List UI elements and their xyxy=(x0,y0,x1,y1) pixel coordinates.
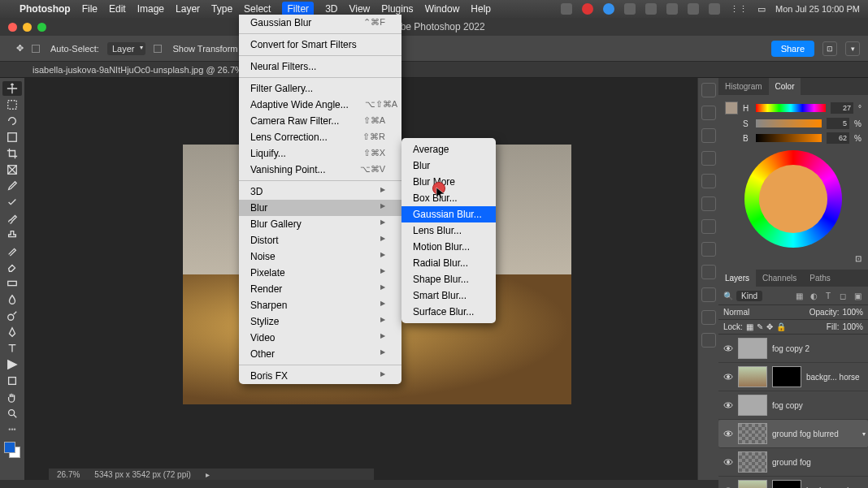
submenu-item-radial-blur-[interactable]: Radial Blur... xyxy=(401,255,496,271)
submenu-item-surface-blur-[interactable]: Surface Blur... xyxy=(401,304,496,320)
close-window[interactable] xyxy=(8,23,17,32)
hand-tool[interactable] xyxy=(2,390,22,404)
hue-value[interactable]: 27 xyxy=(831,102,853,114)
marquee-tool[interactable] xyxy=(2,97,22,112)
menu-item-liquify-[interactable]: Liquify...⇧⌘X xyxy=(239,145,401,162)
panel-chip[interactable] xyxy=(701,333,716,348)
menu-item-camera-raw-filter-[interactable]: Camera Raw Filter...⇧⌘A xyxy=(239,113,401,129)
menu-file[interactable]: File xyxy=(82,3,98,15)
move-tool[interactable] xyxy=(2,81,22,96)
panel-chip[interactable] xyxy=(701,196,716,211)
color-swatches[interactable] xyxy=(4,442,20,458)
layer-name[interactable]: fog copy 2 xyxy=(772,344,809,353)
fill-value[interactable]: 100% xyxy=(842,322,863,331)
visibility-icon[interactable] xyxy=(723,372,733,382)
bri-value[interactable]: 62 xyxy=(827,132,849,144)
tab-layers[interactable]: Layers xyxy=(718,270,756,287)
submenu-item-average[interactable]: Average xyxy=(401,141,496,158)
menu-item-noise[interactable]: Noise xyxy=(239,248,401,265)
bri-slider[interactable] xyxy=(756,134,822,142)
menu-item-distort[interactable]: Distort xyxy=(239,232,401,248)
lasso-tool[interactable] xyxy=(2,114,22,128)
menu-view[interactable]: View xyxy=(349,3,370,15)
menu-item-blur[interactable]: Blur xyxy=(239,200,401,216)
layer-name[interactable]: backgr... horse xyxy=(806,373,860,382)
submenu-item-shape-blur-[interactable]: Shape Blur... xyxy=(401,271,496,287)
submenu-item-blur[interactable]: Blur xyxy=(401,158,496,174)
menu-item-sharpen[interactable]: Sharpen xyxy=(239,297,401,313)
tab-histogram[interactable]: Histogram xyxy=(718,78,769,95)
layer-thumbnail[interactable] xyxy=(738,480,767,488)
visibility-icon[interactable] xyxy=(723,400,733,410)
menu-window[interactable]: Window xyxy=(425,3,460,15)
menu-select[interactable]: Select xyxy=(244,3,271,15)
lock-all-icon[interactable]: 🔒 xyxy=(776,322,786,331)
filter-type-icon[interactable]: T xyxy=(822,290,834,301)
shape-tool[interactable] xyxy=(2,374,22,388)
path-tool[interactable] xyxy=(2,357,22,372)
auto-select-target[interactable]: Layer xyxy=(107,42,146,55)
menu-item-other[interactable]: Other xyxy=(239,346,401,362)
menu-photoshop[interactable]: Photoshop xyxy=(20,3,71,15)
visibility-icon[interactable] xyxy=(723,457,733,467)
menu-image[interactable]: Image xyxy=(137,3,164,15)
layer-row[interactable]: background xyxy=(718,477,868,488)
opacity-value[interactable]: 100% xyxy=(842,308,863,317)
edit-toolbar[interactable]: ••• xyxy=(2,422,22,437)
filter-shape-icon[interactable]: ◻ xyxy=(837,290,848,301)
menu-help[interactable]: Help xyxy=(471,3,491,15)
submenu-item-lens-blur-[interactable]: Lens Blur... xyxy=(401,222,496,239)
menu-item-gaussian-blur[interactable]: Gaussian Blur⌃⌘F xyxy=(239,15,401,31)
layer-row[interactable]: fog copy xyxy=(718,391,868,420)
panel-expand-icon[interactable]: ⊡ xyxy=(855,254,861,263)
crop-tool[interactable] xyxy=(2,146,22,161)
layer-name[interactable]: fog copy xyxy=(772,401,803,410)
type-tool[interactable] xyxy=(2,341,22,356)
panel-chip[interactable] xyxy=(701,83,716,97)
layer-mask-thumbnail[interactable] xyxy=(772,366,801,387)
layer-thumbnail[interactable] xyxy=(738,366,767,387)
submenu-item-box-blur-[interactable]: Box Blur... xyxy=(401,190,496,206)
eyedropper-tool[interactable] xyxy=(2,179,22,193)
color-preview[interactable] xyxy=(725,101,738,114)
menu-type[interactable]: Type xyxy=(211,3,232,15)
menu-item-blur-gallery[interactable]: Blur Gallery xyxy=(239,216,401,232)
menu-item-neural-filters-[interactable]: Neural Filters... xyxy=(239,58,401,75)
submenu-item-gaussian-blur-[interactable]: Gaussian Blur... xyxy=(401,206,496,222)
visibility-icon[interactable] xyxy=(723,343,733,353)
panel-chip[interactable] xyxy=(701,174,716,188)
menu-edit[interactable]: Edit xyxy=(109,3,126,15)
visibility-icon[interactable] xyxy=(723,429,733,438)
foreground-color[interactable] xyxy=(4,442,15,453)
brush-tool[interactable] xyxy=(2,211,22,226)
menu-item-adaptive-wide-angle-[interactable]: Adaptive Wide Angle...⌥⇧⌘A xyxy=(239,97,401,113)
panel-chip[interactable] xyxy=(701,287,716,302)
lock-transparency-icon[interactable]: ▦ xyxy=(746,322,753,331)
tab-color[interactable]: Color xyxy=(769,78,801,95)
lock-pixels-icon[interactable]: ✎ xyxy=(757,322,763,331)
menu-item-convert-for-smart-filters[interactable]: Convert for Smart Filters xyxy=(239,37,401,53)
menu-layer[interactable]: Layer xyxy=(176,3,200,15)
panel-chip[interactable] xyxy=(701,128,716,143)
menu-item-video[interactable]: Video xyxy=(239,330,401,346)
menu-item-stylize[interactable]: Stylize xyxy=(239,313,401,330)
menu-item-pixelate[interactable]: Pixelate xyxy=(239,265,401,281)
zoom-level[interactable]: 26.7% xyxy=(57,470,80,479)
sat-slider[interactable] xyxy=(756,119,822,127)
layer-thumbnail[interactable] xyxy=(738,423,767,444)
color-wheel[interactable] xyxy=(744,150,842,248)
wifi-icon[interactable]: ⋮⋮ xyxy=(730,4,748,15)
tab-channels[interactable]: Channels xyxy=(756,270,803,287)
menubar-datetime[interactable]: Mon Jul 25 10:00 PM xyxy=(775,4,860,14)
menu-plugins[interactable]: Plugins xyxy=(381,3,413,15)
stamp-tool[interactable] xyxy=(2,227,22,242)
menu-item-boris-fx[interactable]: Boris FX xyxy=(239,368,401,384)
pen-tool[interactable] xyxy=(2,325,22,339)
frame-tool[interactable] xyxy=(2,162,22,177)
panel-chip[interactable] xyxy=(701,242,716,257)
auto-select-checkbox[interactable] xyxy=(32,45,40,53)
battery-icon[interactable]: ▭ xyxy=(757,4,766,15)
maximize-window[interactable] xyxy=(37,23,46,32)
eraser-tool[interactable] xyxy=(2,260,22,274)
healing-tool[interactable] xyxy=(2,195,22,209)
